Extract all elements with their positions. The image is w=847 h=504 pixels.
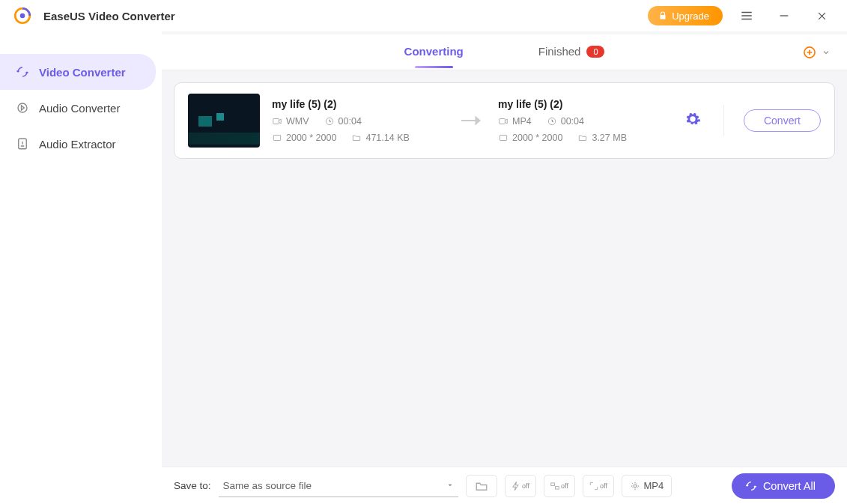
clock-icon [547,116,557,127]
target-title: my life (5) (2) [498,98,670,110]
toggle-state: off [561,482,568,490]
arrow-right-icon [456,114,486,127]
sidebar-item-label: Audio Extractor [39,138,116,151]
source-title: my life (5) (2) [272,98,444,110]
source-resolution: 2000 * 2000 [286,133,336,143]
save-path-value: Same as source file [223,480,312,491]
sidebar-item-audio-extractor[interactable]: Audio Extractor [0,126,156,162]
svg-point-13 [634,485,637,488]
finished-count-badge: 0 [586,46,604,58]
sidebar: Video Converter Audio Converter Audio Ex… [0,31,162,504]
open-folder-button[interactable] [466,475,497,497]
svg-rect-8 [500,119,506,124]
minimize-icon [778,10,790,22]
bolt-icon [511,481,521,491]
tab-converting[interactable]: Converting [404,36,464,68]
output-format-select[interactable]: MP4 [622,475,673,497]
dimensions-icon [272,133,282,143]
minimize-button[interactable] [771,2,798,29]
expand-toggle[interactable]: off [583,475,614,497]
filesize-icon [577,133,588,143]
dimensions-icon [498,133,508,143]
toggle-state: off [600,482,607,490]
add-file-button[interactable] [802,45,831,60]
hamburger-icon [740,9,753,22]
filesize-icon [351,133,362,143]
lock-icon [658,11,667,20]
chevron-down-icon [446,482,454,489]
sidebar-item-label: Audio Converter [39,102,120,115]
app-logo-icon [12,5,33,26]
target-duration: 00:04 [561,116,584,127]
tab-bar: Converting Finished 0 [162,34,847,70]
video-icon [272,116,282,127]
svg-point-2 [18,103,27,112]
video-thumbnail[interactable] [188,94,260,148]
tab-finished[interactable]: Finished 0 [538,36,605,68]
convert-all-button[interactable]: Convert All [732,473,835,499]
save-path-select[interactable]: Same as source file [219,475,458,497]
conversion-item: my life (5) (2) WMV 00:04 2000 * 2000 47… [174,82,835,159]
upgrade-label: Upgrade [672,10,709,22]
divider [723,105,724,136]
video-icon [498,116,508,127]
output-format-value: MP4 [644,480,664,491]
audio-convert-icon [15,100,30,115]
expand-icon [589,481,599,491]
sidebar-item-audio-converter[interactable]: Audio Converter [0,90,156,126]
sidebar-item-label: Video Converter [39,66,126,79]
plus-circle-icon [802,45,817,60]
audio-extract-icon [15,136,30,151]
convert-button[interactable]: Convert [744,109,821,132]
gear-icon [630,481,640,491]
upgrade-button[interactable]: Upgrade [648,6,723,25]
titlebar: EaseUS Video Converter Upgrade [0,0,847,31]
menu-button[interactable] [733,2,760,29]
chevron-down-icon [822,48,831,57]
source-info: my life (5) (2) WMV 00:04 2000 * 2000 47… [272,98,444,143]
toggle-state: off [522,482,529,490]
source-size: 471.14 KB [365,133,409,143]
save-to-label: Save to: [174,480,211,491]
close-button[interactable] [808,2,835,29]
source-duration: 00:04 [339,116,362,127]
merge-toggle[interactable]: off [544,475,575,497]
close-icon [816,10,828,22]
convert-all-label: Convert All [763,480,816,492]
bottom-bar: Save to: Same as source file off off off [162,467,847,504]
target-size: 3.27 MB [592,133,627,143]
svg-rect-5 [273,119,279,124]
target-resolution: 2000 * 2000 [512,133,562,143]
empty-area [162,171,847,467]
svg-rect-10 [500,136,506,141]
svg-point-1 [20,13,25,19]
source-format: WMV [286,116,309,127]
main-panel: Converting Finished 0 my life (5) ( [162,31,847,504]
target-format: MP4 [512,116,532,127]
conversion-list: my life (5) (2) WMV 00:04 2000 * 2000 47… [162,70,847,171]
gear-icon [684,111,701,127]
target-info: my life (5) (2) MP4 00:04 2000 * 2000 3.… [498,98,670,143]
svg-rect-12 [556,486,559,489]
tab-label: Converting [404,45,464,58]
merge-icon [550,481,560,491]
clock-icon [324,116,335,127]
svg-rect-11 [551,482,555,485]
settings-button[interactable] [684,111,701,130]
tab-label: Finished [538,45,581,58]
convert-circle-icon [745,480,757,492]
folder-icon [475,480,488,492]
high-speed-toggle[interactable]: off [505,475,536,497]
sidebar-item-video-converter[interactable]: Video Converter [0,54,156,90]
convert-circle-icon [15,64,30,79]
app-title: EaseUS Video Converter [43,10,648,22]
svg-rect-7 [273,136,280,141]
